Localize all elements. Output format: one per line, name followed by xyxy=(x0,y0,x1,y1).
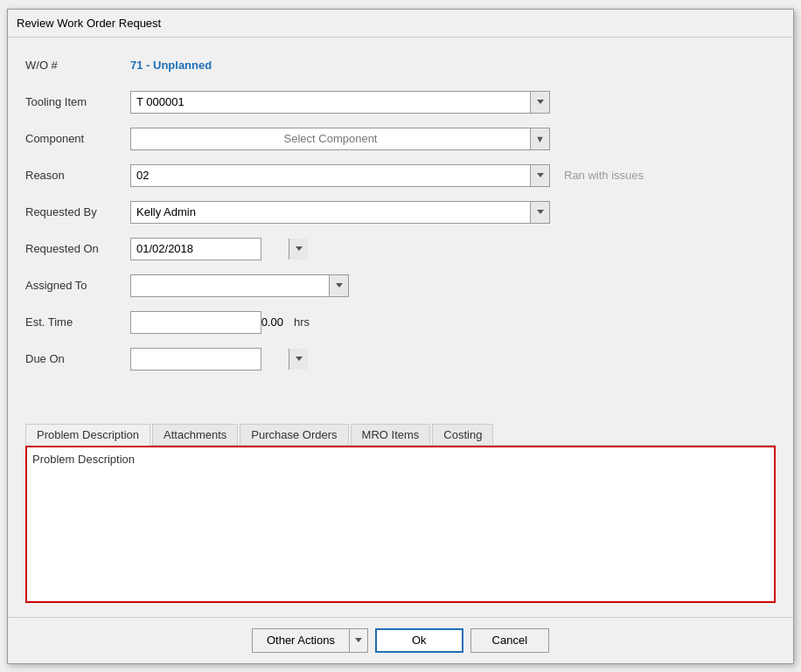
tab-problem-description[interactable]: Problem Description xyxy=(25,424,150,446)
problem-description-placeholder: Problem Description xyxy=(32,453,135,466)
requested-by-label: Requested By xyxy=(25,205,130,218)
tab-mro-items[interactable]: MRO Items xyxy=(351,424,431,445)
assigned-to-control xyxy=(130,274,776,297)
tooling-item-row: Tooling Item xyxy=(25,88,776,116)
reason-row: Reason Ran with issues xyxy=(25,162,776,190)
due-on-date-field[interactable] xyxy=(130,348,261,371)
tooling-item-control xyxy=(130,91,776,114)
ran-with-issues-text: Ran with issues xyxy=(564,169,644,182)
requested-on-input[interactable] xyxy=(131,239,289,260)
reason-input[interactable] xyxy=(131,165,530,186)
assigned-to-dropdown[interactable] xyxy=(130,274,349,297)
requested-on-date-field[interactable] xyxy=(130,238,261,260)
tooling-item-label: Tooling Item xyxy=(25,95,130,108)
assigned-to-dropdown-btn[interactable] xyxy=(329,275,348,296)
reason-dropdown-btn[interactable] xyxy=(530,165,549,186)
est-time-row: Est. Time hrs xyxy=(25,308,776,336)
requested-on-calendar-btn[interactable] xyxy=(289,239,308,260)
tabs-header: Problem Description Attachments Purchase… xyxy=(25,424,776,446)
dialog-footer: Other Actions Ok Cancel xyxy=(8,617,793,663)
review-work-order-dialog: Review Work Order Request W/O # 71 - Unp… xyxy=(7,9,794,664)
tooling-item-dropdown-btn[interactable] xyxy=(530,92,549,113)
due-on-calendar-btn[interactable] xyxy=(289,349,308,370)
tooling-item-input[interactable] xyxy=(131,92,530,113)
component-control: ▼ xyxy=(130,128,776,150)
ok-button[interactable]: Ok xyxy=(375,628,463,653)
due-on-control xyxy=(130,348,776,371)
tabs-container: Problem Description Attachments Purchase… xyxy=(25,424,776,603)
tab-costing[interactable]: Costing xyxy=(432,424,493,445)
chevron-down-icon xyxy=(355,638,362,642)
requested-by-dropdown[interactable] xyxy=(130,201,550,224)
reason-label: Reason xyxy=(25,169,130,182)
wo-row: W/O # 71 - Unplanned xyxy=(25,52,776,80)
reason-control: Ran with issues xyxy=(130,164,776,187)
requested-on-control xyxy=(130,238,776,260)
dialog-body: W/O # 71 - Unplanned Tooling Item xyxy=(8,38,793,617)
dialog-title: Review Work Order Request xyxy=(8,10,793,38)
form-section: W/O # 71 - Unplanned Tooling Item xyxy=(25,52,776,410)
component-input[interactable] xyxy=(131,128,530,149)
due-on-input[interactable] xyxy=(131,349,289,370)
other-actions-main-btn[interactable]: Other Actions xyxy=(252,628,349,653)
est-time-input[interactable] xyxy=(131,312,289,333)
due-on-label: Due On xyxy=(25,352,130,365)
wo-value-area: 71 - Unplanned xyxy=(130,59,776,72)
wo-label: W/O # xyxy=(25,59,130,72)
chevron-down-icon xyxy=(537,210,544,214)
component-label: Component xyxy=(25,132,130,145)
requested-by-dropdown-btn[interactable] xyxy=(530,202,549,223)
cancel-button[interactable]: Cancel xyxy=(470,628,549,653)
chevron-down-icon xyxy=(537,100,544,104)
assigned-to-input[interactable] xyxy=(131,275,329,296)
tab-content-problem-description: Problem Description xyxy=(25,446,776,603)
tab-attachments[interactable]: Attachments xyxy=(152,424,238,445)
requested-by-row: Requested By xyxy=(25,198,776,226)
wo-value: 71 - Unplanned xyxy=(130,59,212,72)
tooling-item-dropdown[interactable] xyxy=(130,91,550,114)
chevron-down-icon xyxy=(336,283,343,288)
tab-purchase-orders[interactable]: Purchase Orders xyxy=(240,424,348,445)
component-dropdown-btn[interactable]: ▼ xyxy=(530,128,549,149)
est-time-label: Est. Time xyxy=(25,315,130,329)
assigned-to-row: Assigned To xyxy=(25,272,776,300)
requested-by-input[interactable] xyxy=(131,202,530,223)
other-actions-arrow-btn[interactable] xyxy=(349,628,368,653)
component-row: Component ▼ xyxy=(25,125,776,153)
assigned-to-label: Assigned To xyxy=(25,279,130,292)
component-field[interactable]: ▼ xyxy=(130,128,550,150)
est-time-field[interactable]: hrs xyxy=(130,311,261,334)
chevron-down-icon xyxy=(296,246,303,251)
chevron-down-icon xyxy=(296,357,303,361)
requested-on-row: Requested On xyxy=(25,235,776,263)
est-time-control: hrs xyxy=(130,311,776,334)
chevron-down-icon xyxy=(537,173,544,177)
other-actions-button[interactable]: Other Actions xyxy=(252,628,368,653)
requested-by-control xyxy=(130,201,776,224)
est-time-unit: hrs xyxy=(289,315,315,329)
reason-dropdown[interactable] xyxy=(130,164,550,187)
requested-on-label: Requested On xyxy=(25,242,130,255)
due-on-row: Due On xyxy=(25,345,776,373)
